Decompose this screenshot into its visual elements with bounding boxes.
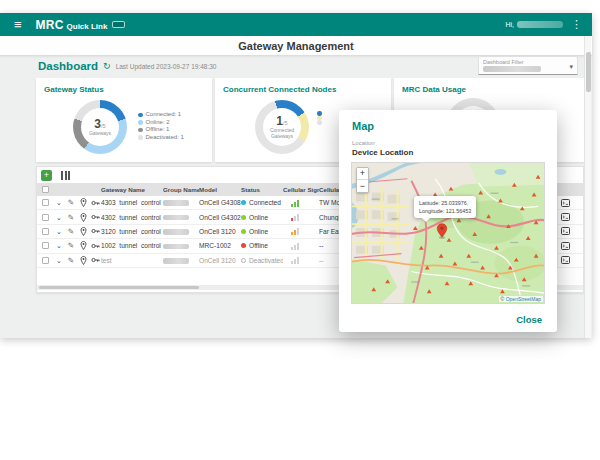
console-icon[interactable] xyxy=(557,254,583,267)
zoom-in-button[interactable]: + xyxy=(357,168,368,180)
refresh-icon[interactable]: ↻ xyxy=(103,61,111,71)
expand-chevron-icon[interactable]: ⌄ xyxy=(53,241,65,250)
key-icon[interactable] xyxy=(89,199,101,207)
row-checkbox[interactable] xyxy=(42,199,49,206)
group-name-redacted xyxy=(163,200,189,206)
coordinates-tooltip: Latitude: 25.033976, Longitude: 121.5645… xyxy=(414,196,476,218)
model: OnCell G4308 xyxy=(199,199,241,206)
gateway-name: 1002_tunnel_control xyxy=(101,242,163,249)
console-icon[interactable] xyxy=(557,239,583,252)
brand-logo: MRC Quick Link xyxy=(36,18,126,32)
tooltip-longitude: Longitude: 121.56453 xyxy=(419,207,471,215)
legend-label: Online: 2 xyxy=(146,119,170,127)
dashboard-filter-select[interactable]: Dashboard Filter ▾ xyxy=(478,56,578,75)
legend-dot xyxy=(317,120,322,125)
select-all-checkbox[interactable] xyxy=(42,186,49,193)
screen: ≡ MRC Quick Link Hi, ⋮ Gateway Managemen… xyxy=(0,0,600,460)
key-icon[interactable] xyxy=(89,227,101,235)
edit-icon[interactable]: ✎ xyxy=(65,241,77,250)
location-label: Location xyxy=(352,140,375,146)
vscroll-thumb[interactable] xyxy=(586,52,591,92)
filter-label: Dashboard Filter xyxy=(483,59,573,65)
edit-icon[interactable]: ✎ xyxy=(65,256,77,265)
openstreetmap-link[interactable]: OpenStreetMap xyxy=(506,296,541,302)
brand-badge xyxy=(112,21,125,28)
row-checkbox[interactable] xyxy=(42,242,49,249)
close-button[interactable]: Close xyxy=(516,314,542,325)
legend-item: Connected: 1 xyxy=(138,111,184,119)
concurrent-nodes-donut-chart: 1/5 Connected Gateways xyxy=(255,100,309,154)
zoom-out-button[interactable]: − xyxy=(357,180,368,192)
gateway-name: 4303_tunnel_control xyxy=(101,199,163,206)
key-icon[interactable] xyxy=(89,213,101,221)
map-dialog: Map Location Device Location xyxy=(339,110,557,332)
chevron-down-icon: ▾ xyxy=(569,63,573,71)
key-icon[interactable] xyxy=(89,242,101,250)
user-name-redacted xyxy=(517,21,563,28)
console-icon[interactable] xyxy=(557,210,583,223)
legend-dot xyxy=(138,128,143,133)
dashboard-title: Dashboard xyxy=(38,60,98,72)
brand-quicklink: Quick Link xyxy=(67,22,108,31)
status: Online xyxy=(241,228,283,235)
map-tiles xyxy=(352,163,544,303)
card-title: MRC Data Usage xyxy=(402,85,466,94)
filter-value-redacted xyxy=(483,66,541,72)
legend-item: Online: 2 xyxy=(138,119,184,127)
gateway-status-donut-chart: 3/5 Gateways xyxy=(73,100,127,154)
cellular-signal-icon xyxy=(291,256,299,264)
concurrent-nodes-legend xyxy=(317,111,325,125)
map-zoom-control: + − xyxy=(356,167,369,193)
user-greeting[interactable]: Hi, xyxy=(505,21,563,28)
status: Connected xyxy=(241,199,283,206)
topbar: ≡ MRC Quick Link Hi, ⋮ xyxy=(0,13,592,36)
cellular-signal-icon xyxy=(291,213,299,221)
hamburger-menu-icon[interactable]: ≡ xyxy=(14,18,22,31)
expand-chevron-icon[interactable]: ⌄ xyxy=(53,213,65,222)
edit-icon[interactable]: ✎ xyxy=(65,213,77,222)
location-pin-icon[interactable] xyxy=(77,227,89,236)
legend-label: Connected: 1 xyxy=(146,111,182,119)
map-marker-pin[interactable] xyxy=(436,223,448,239)
row-checkbox[interactable] xyxy=(42,257,49,264)
col-model: Model xyxy=(199,186,241,193)
location-pin-icon[interactable] xyxy=(77,213,89,222)
dashboard-header: Dashboard ↻ Last Updated 2023-09-27 19:4… xyxy=(38,60,216,72)
legend-label: Deactivated: 1 xyxy=(146,134,184,142)
column-settings-icon[interactable] xyxy=(60,170,71,181)
last-updated-text: Last Updated 2023-09-27 19:48:30 xyxy=(116,63,217,70)
kebab-menu-icon[interactable]: ⋮ xyxy=(571,18,582,31)
gateway-name: 3120_tunnel_control xyxy=(101,228,163,235)
col-cellular-signal: Cellular Signal xyxy=(283,186,319,193)
cellular-signal-icon xyxy=(291,227,299,235)
location-pin-icon[interactable] xyxy=(77,198,89,207)
dialog-title: Map xyxy=(352,120,374,132)
map-canvas[interactable]: + − Latitude: 25.033976, Longitude: 121.… xyxy=(351,162,545,304)
status: Online xyxy=(241,214,283,221)
console-icon[interactable] xyxy=(557,225,583,238)
col-gateway-name: Gateway Name xyxy=(101,186,163,193)
location-pin-icon[interactable] xyxy=(77,256,89,265)
expand-chevron-icon[interactable]: ⌄ xyxy=(53,198,65,207)
row-checkbox[interactable] xyxy=(42,214,49,221)
legend-item xyxy=(317,120,325,125)
group-name-redacted xyxy=(163,258,189,264)
row-checkbox[interactable] xyxy=(42,228,49,235)
edit-icon[interactable]: ✎ xyxy=(65,227,77,236)
expand-chevron-icon[interactable]: ⌄ xyxy=(53,227,65,236)
vertical-scrollbar[interactable] xyxy=(584,36,591,338)
cellular-signal-icon xyxy=(291,199,299,207)
hscroll-thumb[interactable] xyxy=(39,286,199,289)
card-title: Concurrent Connected Nodes xyxy=(223,85,336,94)
status-dot xyxy=(241,229,246,234)
legend-dot xyxy=(317,111,322,116)
status-dot xyxy=(241,258,246,263)
console-icon[interactable] xyxy=(557,196,583,209)
gateway-status-legend: Connected: 1Online: 2Offline: 1Deactivat… xyxy=(138,111,184,141)
key-icon[interactable] xyxy=(89,256,101,264)
edit-icon[interactable]: ✎ xyxy=(65,198,77,207)
location-pin-icon[interactable] xyxy=(77,241,89,250)
card-gateway-status: Gateway Status 3/5 Gateways Connected: 1… xyxy=(36,78,212,162)
add-gateway-button[interactable]: + xyxy=(41,170,52,181)
expand-chevron-icon[interactable]: ⌄ xyxy=(53,256,65,265)
